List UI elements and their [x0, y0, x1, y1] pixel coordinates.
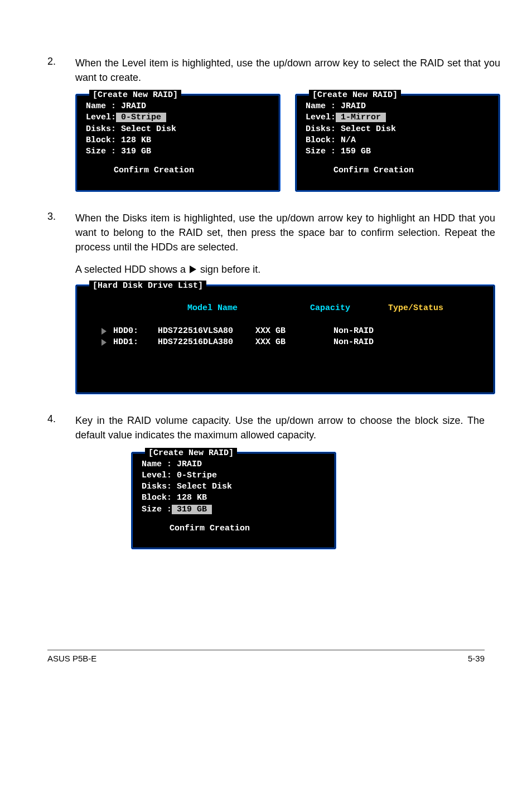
drive-list-header: Model NameCapacityType/Status [86, 292, 485, 326]
step-4: 4. Key in the RAID volume capacity. Use … [47, 413, 485, 549]
step-text: Key in the RAID volume capacity. Use the… [75, 413, 485, 442]
level-value-highlighted[interactable]: 1-Mirror [336, 113, 386, 122]
level-value-highlighted[interactable]: 0-Stripe [116, 113, 166, 122]
drive-row[interactable]: HDD0:HDS722516VLSA80XXX GBNon-RAID [86, 326, 485, 337]
selected-icon [101, 339, 107, 346]
field-disks: Disks: Select Disk [306, 124, 490, 135]
create-raid-panel-size: [Create New RAID] Name : JRAID Level: 0-… [131, 452, 336, 550]
drive-row[interactable]: HDD1:HDS722516DLA380XXX GBNon-RAID [86, 337, 485, 348]
step-subtext: A selected HDD shows a sign before it. [75, 262, 495, 277]
step-2: 2. When the Level item is highlighted, u… [47, 56, 485, 192]
field-size: Size : 319 GB [142, 504, 326, 515]
selected-icon [101, 328, 107, 335]
hard-disk-drive-list-panel: [Hard Disk Drive List] Model NameCapacit… [75, 284, 495, 394]
field-size: Size : 159 GB [306, 146, 490, 157]
step-text: When the Disks item is highlighted, use … [75, 211, 495, 254]
panel-title: [Create New RAID] [145, 448, 237, 459]
footer-right: 5-39 [468, 654, 485, 663]
footer-left: ASUS P5B-E [47, 654, 96, 663]
step-text: When the Level item is highlighted, use … [75, 56, 500, 85]
field-level: Level: 0-Stripe [142, 470, 326, 481]
field-level: Level: 1-Mirror [306, 112, 490, 123]
field-disks: Disks: Select Disk [86, 124, 270, 135]
confirm-creation[interactable]: Confirm Creation [306, 165, 490, 176]
field-name: Name : JRAID [142, 459, 326, 470]
field-disks: Disks: Select Disk [142, 481, 326, 492]
field-name: Name : JRAID [86, 101, 270, 112]
field-level: Level: 0-Stripe [86, 112, 270, 123]
field-block: Block: N/A [306, 135, 490, 146]
header-capacity: Capacity [310, 303, 388, 314]
size-value-highlighted[interactable]: 319 GB [172, 505, 212, 514]
page-footer: ASUS P5B-E 5-39 [47, 650, 485, 663]
panel-title: [Hard Disk Drive List] [89, 281, 206, 292]
panel-title: [Create New RAID] [309, 90, 401, 101]
step-number: 3. [47, 211, 75, 395]
field-size: Size : 319 GB [86, 146, 270, 157]
create-raid-panel-stripe: [Create New RAID] Name : JRAID Level: 0-… [75, 94, 280, 192]
field-block: Block: 128 KB [142, 492, 326, 504]
step-3: 3. When the Disks item is highlighted, u… [47, 211, 485, 395]
step-number: 2. [47, 56, 75, 192]
step-number: 4. [47, 413, 75, 549]
panel-title: [Create New RAID] [89, 90, 181, 101]
header-model: Model Name [187, 303, 310, 314]
confirm-creation[interactable]: Confirm Creation [86, 165, 270, 176]
triangle-icon [190, 265, 196, 273]
header-type: Type/Status [388, 303, 443, 314]
field-block: Block: 128 KB [86, 135, 270, 146]
create-raid-panel-mirror: [Create New RAID] Name : JRAID Level: 1-… [295, 94, 500, 192]
field-name: Name : JRAID [306, 101, 490, 112]
confirm-creation[interactable]: Confirm Creation [142, 523, 326, 534]
terminal-row: [Create New RAID] Name : JRAID Level: 0-… [75, 94, 500, 192]
